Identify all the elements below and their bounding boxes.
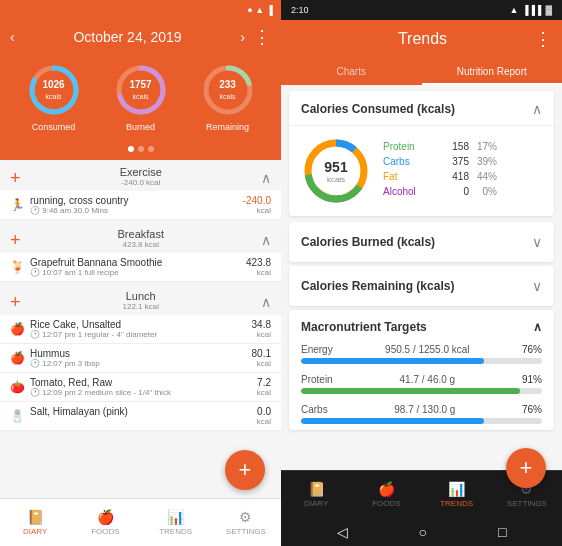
donut-center-unit: kcals: [324, 175, 347, 184]
android-back-button[interactable]: ◁: [337, 524, 348, 540]
targets-toggle[interactable]: ∧: [533, 320, 542, 334]
donut-center-value: 951: [324, 159, 347, 175]
food-name: Rice Cake, Unsalted: [30, 319, 252, 330]
right-foods-icon: 🍎: [378, 481, 395, 497]
lunch-collapse-button[interactable]: ∧: [261, 294, 271, 310]
lunch-subtitle: 122.1 kcal: [123, 302, 159, 311]
consumed-label: Consumed: [32, 122, 76, 132]
right-trends-icon: 📊: [448, 481, 465, 497]
energy-progress: [301, 358, 484, 364]
nav-settings-label: SETTINGS: [226, 527, 266, 536]
carbs-label: Carbs: [383, 156, 433, 167]
macro-list: Protein 158 17% Carbs 375 39% Fat 418: [383, 141, 542, 201]
settings-icon: ⚙: [239, 509, 252, 525]
macronutrient-targets-card: Macronutrient Targets ∧ Energy 950.5 / 1…: [289, 310, 554, 430]
protein-label: Protein: [383, 141, 433, 152]
tab-nutrition-report[interactable]: Nutrition Report: [422, 58, 563, 85]
right-fab-button[interactable]: +: [506, 448, 546, 488]
food-icon: 🧂: [10, 409, 25, 423]
add-lunch-button[interactable]: +: [10, 293, 21, 311]
nav-settings[interactable]: ⚙ SETTINGS: [211, 499, 281, 546]
fat-percent: 44%: [469, 171, 497, 182]
calories-burned-toggle[interactable]: ∨: [532, 234, 542, 250]
food-meta: 🕐 12:07 pm 1 regular - 4" diameter: [30, 330, 252, 339]
android-recents-button[interactable]: □: [498, 524, 506, 540]
add-exercise-button[interactable]: +: [10, 169, 21, 187]
target-carbs: Carbs 98.7 / 130.0 g 76%: [289, 400, 554, 430]
left-content: + Exercise -240.0 kcal ∧ 🏃 running, cros…: [0, 160, 281, 498]
food-kcal-label: kcal: [252, 330, 271, 339]
calories-consumed-toggle[interactable]: ∧: [532, 101, 542, 117]
breakfast-title: Breakfast: [118, 228, 164, 240]
food-kcal: 7.2: [257, 377, 271, 388]
nav-diary[interactable]: 📔 DIARY: [0, 499, 70, 546]
alcohol-value: 0: [433, 186, 469, 197]
food-kcal-label: kcal: [243, 206, 271, 215]
energy-detail: 950.5 / 1255.0 kcal: [385, 344, 470, 355]
android-home-button[interactable]: ○: [419, 524, 427, 540]
exercise-subtitle: -240.0 kcal: [120, 178, 162, 187]
nav-trends[interactable]: 📊 TRENDS: [141, 499, 211, 546]
left-status-bar: ● ▲ ▐: [0, 0, 281, 20]
calories-consumed-title: Calories Consumed (kcals): [301, 102, 455, 116]
prev-date-button[interactable]: ‹: [10, 29, 15, 45]
run-icon: 🏃: [10, 198, 25, 212]
nav-foods[interactable]: 🍎 FOODS: [70, 499, 140, 546]
breakfast-collapse-button[interactable]: ∧: [261, 232, 271, 248]
right-nav-foods[interactable]: 🍎 FOODS: [351, 471, 421, 518]
right-content: Calories Consumed (kcals) ∧: [281, 85, 562, 470]
calories-remaining-toggle[interactable]: ∨: [532, 278, 542, 294]
header-more-button[interactable]: ⋮: [253, 26, 271, 48]
food-meta: 🕐 12:09 pm 2 medium slice - 1/4" thick: [30, 388, 257, 397]
energy-label: Energy: [301, 344, 333, 355]
page-dots: [0, 146, 281, 160]
protein-value: 158: [433, 141, 469, 152]
next-date-button[interactable]: ›: [240, 29, 245, 45]
list-item: 🏃 running, cross country 🕐 9:46 am 30.0 …: [0, 191, 281, 220]
exercise-section: + Exercise -240.0 kcal ∧ 🏃 running, cros…: [0, 160, 281, 220]
right-time: 2:10: [291, 5, 309, 15]
protein-target-label: Protein: [301, 374, 333, 385]
tab-charts[interactable]: Charts: [281, 58, 422, 85]
calories-consumed-body: 951 kcals Protein 158 17% Carbs 375: [289, 126, 554, 216]
right-nav-diary[interactable]: 📔 DIARY: [281, 471, 351, 518]
target-energy: Energy 950.5 / 1255.0 kcal 76%: [289, 340, 554, 370]
right-status-icons: ▲▐▐▐▓: [509, 5, 552, 15]
food-meta: 🕐 12:07 pm 3 tbsp: [30, 359, 252, 368]
food-meta: 🕐 10:07 am 1 full recipe: [30, 268, 246, 277]
food-name: Tomato, Red, Raw: [30, 377, 257, 388]
calories-burned-title: Calories Burned (kcals): [301, 235, 435, 249]
food-icon: 🍅: [10, 380, 25, 394]
lunch-section: + Lunch 122.1 kcal ∧ 🍎 Rice Cake, Unsalt…: [0, 284, 281, 431]
food-name: Hummus: [30, 348, 252, 359]
remaining-value: 233: [219, 79, 236, 90]
food-name: Grapefruit Bannana Smoothie: [30, 257, 246, 268]
remaining-label: Remaining: [206, 122, 249, 132]
right-nav-trends[interactable]: 📊 TRENDS: [422, 471, 492, 518]
macro-protein: Protein 158 17%: [383, 141, 542, 152]
add-breakfast-button[interactable]: +: [10, 231, 21, 249]
calories-remaining-title: Calories Remaining (kcals): [301, 279, 454, 293]
fat-label: Fat: [383, 171, 433, 182]
dot-1: [128, 146, 134, 152]
right-more-button[interactable]: ⋮: [534, 28, 552, 50]
exercise-collapse-button[interactable]: ∧: [261, 170, 271, 186]
date-title: October 24, 2019: [73, 29, 181, 45]
food-kcal-label: kcal: [246, 268, 271, 277]
left-header: ‹ October 24, 2019 › ⋮: [0, 20, 281, 54]
food-kcal: 423.8: [246, 257, 271, 268]
right-header: Trends ⋮: [281, 20, 562, 58]
food-name: Salt, Himalayan (pink): [30, 406, 257, 417]
diary-icon: 📔: [27, 509, 44, 525]
food-kcal: 34.8: [252, 319, 271, 330]
protein-progress: [301, 388, 520, 394]
right-nav-foods-label: FOODS: [372, 499, 400, 508]
macro-fat: Fat 418 44%: [383, 171, 542, 182]
tabs-bar: Charts Nutrition Report: [281, 58, 562, 85]
right-nav-settings-label: SETTINGS: [507, 499, 547, 508]
list-item: 🧂 Salt, Himalayan (pink) 0.0 kcal: [0, 402, 281, 431]
right-diary-icon: 📔: [308, 481, 325, 497]
fat-value: 418: [433, 171, 469, 182]
left-fab-button[interactable]: +: [225, 450, 265, 490]
left-status-icons: ● ▲ ▐: [247, 5, 273, 15]
